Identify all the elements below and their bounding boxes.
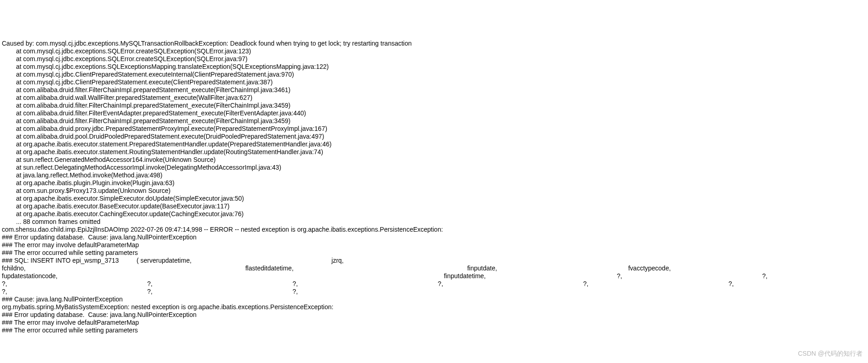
stack-frame: at com.alibaba.druid.filter.FilterChainI… <box>2 86 290 93</box>
error-params-line: ### The error occurred while setting par… <box>2 249 138 256</box>
stack-frame: at org.apache.ibatis.executor.SimpleExec… <box>2 195 244 202</box>
error-params-line: ### The error occurred while setting par… <box>2 327 138 334</box>
csdn-watermark: CSDN @代码的知行者 <box>798 350 863 358</box>
stack-frame: at com.alibaba.druid.filter.FilterChainI… <box>2 102 290 109</box>
stack-frame: at com.alibaba.druid.proxy.jdbc.Prepared… <box>2 125 327 132</box>
stack-frame: at java.lang.reflect.Method.invoke(Metho… <box>2 171 163 179</box>
error-db-line: ### Error updating database. Cause: java… <box>2 311 196 318</box>
error-cause-line: ### Cause: java.lang.NullPointerExceptio… <box>2 296 123 303</box>
error-sql-line: ### SQL: INSERT INTO epi_wsmp_3713 ( ser… <box>2 257 868 295</box>
stack-frame: at com.alibaba.druid.filter.FilterChainI… <box>2 117 290 124</box>
log-output: Caused by: com.mysql.cj.jdbc.exceptions.… <box>0 39 868 335</box>
logger-error-line: com.shensu.dao.child.imp.EpiJzjlInsDAOIm… <box>2 226 443 233</box>
stack-frame: at com.mysql.cj.jdbc.ClientPreparedState… <box>2 71 294 78</box>
caused-by-line: Caused by: com.mysql.cj.jdbc.exceptions.… <box>2 40 412 47</box>
stack-frame: at org.apache.ibatis.executor.statement.… <box>2 148 323 156</box>
stack-frame: at org.apache.ibatis.executor.CachingExe… <box>2 210 244 218</box>
error-involve-line: ### The error may involve defaultParamet… <box>2 319 139 326</box>
error-involve-line: ### The error may involve defaultParamet… <box>2 241 139 249</box>
stack-frame: at org.apache.ibatis.plugin.Plugin.invok… <box>2 179 175 187</box>
stack-frame: ... 88 common frames omitted <box>2 218 100 225</box>
stack-frame: at com.mysql.cj.jdbc.exceptions.SQLError… <box>2 47 251 55</box>
stack-frame: at com.alibaba.druid.filter.FilterEventA… <box>2 109 306 117</box>
error-db-line: ### Error updating database. Cause: java… <box>2 233 196 241</box>
stack-frame: at com.mysql.cj.jdbc.ClientPreparedState… <box>2 78 273 86</box>
stack-frame: at com.mysql.cj.jdbc.exceptions.SQLError… <box>2 55 247 62</box>
mybatis-exception-line: org.mybatis.spring.MyBatisSystemExceptio… <box>2 303 334 311</box>
stack-frame: at com.mysql.cj.jdbc.exceptions.SQLExcep… <box>2 63 329 70</box>
stack-frame: at sun.reflect.GeneratedMethodAccessor16… <box>2 156 216 163</box>
stack-frame: at org.apache.ibatis.executor.BaseExecut… <box>2 202 230 210</box>
stack-frame: at com.alibaba.druid.pool.DruidPooledPre… <box>2 133 324 140</box>
stack-frame: at com.sun.proxy.$Proxy173.update(Unknow… <box>2 187 170 194</box>
stack-frame: at sun.reflect.DelegatingMethodAccessorI… <box>2 164 281 171</box>
stack-frame: at org.apache.ibatis.executor.statement.… <box>2 140 332 148</box>
stack-frame: at com.alibaba.druid.wall.WallFilter.pre… <box>2 94 252 101</box>
